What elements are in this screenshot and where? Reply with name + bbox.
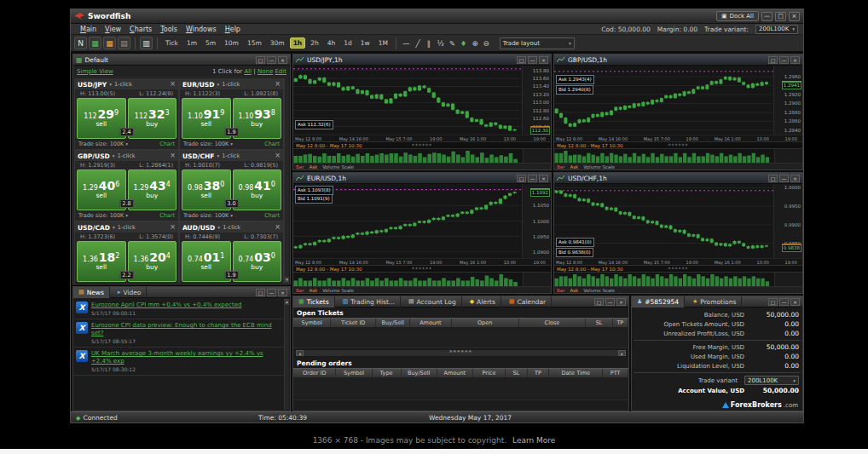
column-header[interactable]: SL — [506, 369, 528, 377]
scrollbar-handle[interactable]: ****** — [412, 266, 432, 272]
sell-button[interactable]: 0.98380sell — [182, 170, 231, 210]
close-icon[interactable]: × — [170, 224, 176, 231]
minimize-button[interactable]: — — [761, 12, 773, 21]
close-icon[interactable]: × — [170, 152, 176, 159]
buy-button[interactable]: 0.98410buy — [233, 170, 282, 210]
column-header[interactable]: Amount — [437, 369, 473, 377]
horizontal-scrollbar[interactable]: ◂ ****** ▸ — [295, 349, 627, 357]
restore-icon[interactable]: □ — [594, 298, 604, 306]
menu-help[interactable]: Help — [221, 26, 245, 33]
simple-view-link[interactable]: Simple View — [77, 68, 113, 75]
quote-board-icon[interactable]: ▦ — [89, 37, 101, 49]
chart-link[interactable]: Chart — [264, 141, 280, 147]
timeframe-10m[interactable]: 10m — [221, 37, 242, 49]
timeframe-1m[interactable]: 1m — [183, 37, 200, 49]
buy-button[interactable]: 1.36204buy — [128, 241, 177, 282]
zoom-in-icon[interactable]: ⊕ — [470, 39, 479, 48]
chart-link[interactable]: Chart — [264, 212, 280, 219]
one-click-none-link[interactable]: None — [258, 68, 273, 75]
timeframe-2h[interactable]: 2h — [307, 37, 322, 49]
chart-plot[interactable]: Ask 0.9841(0) Bid 0.9838(0) — [554, 184, 774, 258]
chart-link[interactable]: Chart — [159, 212, 175, 219]
restore-icon[interactable]: □ — [256, 56, 265, 64]
pair-selector[interactable]: EUR/USD — [182, 81, 214, 89]
tab-account-number[interactable]: ♟#5852954 — [632, 296, 685, 307]
column-header[interactable]: Type — [373, 369, 402, 377]
one-click-toggle[interactable]: 1-click — [118, 152, 136, 159]
scrollbar-handle[interactable]: ****** — [412, 142, 432, 148]
column-header[interactable]: Symbol — [336, 369, 372, 377]
pair-selector[interactable]: USD/CAD — [78, 224, 110, 232]
sell-button[interactable]: 1.29406sell — [77, 170, 126, 210]
horizontal-line-tool-icon[interactable]: — — [401, 39, 412, 48]
close-icon[interactable]: × — [275, 224, 281, 231]
sell-button[interactable]: 0.74011sell — [182, 241, 231, 282]
close-icon[interactable]: × — [790, 298, 800, 306]
buy-button[interactable]: 1.29434buy — [128, 170, 177, 210]
buy-button[interactable]: 0.74030buy — [233, 241, 282, 282]
chart-link[interactable]: Chart — [159, 141, 175, 147]
trade-variant-select[interactable]: 200L100K▾ — [755, 25, 798, 34]
trendline-tool-icon[interactable]: ╱ — [413, 39, 422, 48]
learn-more-link[interactable]: Learn More — [512, 436, 555, 445]
chart-range-scrollbar[interactable]: May 12 8:00 - May 17 10:30****** — [554, 141, 802, 149]
restore-icon[interactable]: □ — [517, 56, 526, 64]
menu-main[interactable]: Main — [76, 26, 101, 33]
close-icon[interactable]: × — [278, 289, 287, 296]
news-headline[interactable]: UK March average 3-month weekly earnings… — [91, 350, 282, 365]
menu-charts[interactable]: Charts — [125, 26, 156, 33]
one-click-toggle[interactable]: 1-click — [222, 152, 240, 159]
tab-promotions[interactable]: ★Promotions — [687, 296, 742, 307]
one-click-toggle[interactable]: 1-click — [222, 81, 240, 88]
market-depth-icon[interactable]: ▤ — [118, 37, 130, 49]
column-header[interactable]: Amount — [410, 319, 452, 327]
close-icon[interactable]: × — [539, 56, 548, 64]
chart-plot[interactable]: Ask 112.32(6) — [293, 66, 523, 135]
close-icon[interactable]: × — [275, 152, 281, 159]
news-headline[interactable]: Eurozone CPI data preview: Enough to cha… — [91, 322, 282, 337]
timeframe-1M[interactable]: 1M — [375, 37, 391, 49]
quote-board-scrollbar[interactable]: ▾ — [284, 78, 289, 283]
column-header[interactable]: SL — [586, 319, 612, 327]
column-header[interactable]: Open — [452, 319, 519, 327]
chart-range-scrollbar[interactable]: May 12 8:00 - May 17 10:30****** — [293, 141, 551, 149]
one-click-toggle[interactable]: 1-click — [118, 224, 136, 231]
minimize-icon[interactable]: — — [779, 175, 789, 182]
trade-layout-select[interactable]: Trade layout▾ — [500, 37, 575, 49]
restore-icon[interactable]: □ — [768, 298, 778, 306]
one-click-all-link[interactable]: All — [244, 68, 252, 75]
pair-selector[interactable]: USD/JPY — [78, 81, 107, 89]
column-header[interactable]: Close — [519, 319, 587, 327]
column-header[interactable]: Buy/Sell — [376, 319, 410, 327]
scroll-up-icon[interactable]: ▴ — [285, 299, 289, 305]
chart-type-icon[interactable]: ▥ — [140, 37, 153, 49]
chart-mode-bar[interactable]: BarAskVolume Scale — [293, 163, 551, 170]
chart-plot[interactable]: Ask 1.2943(4) Bid 1.2940(8) — [554, 66, 774, 135]
news-item[interactable]: X Eurozone CPI data preview: Enough to c… — [74, 319, 284, 348]
scroll-right-icon[interactable]: ▸ — [618, 350, 626, 356]
timeframe-tick[interactable]: Tick — [162, 37, 182, 49]
column-header[interactable]: Buy/Sell — [402, 369, 437, 377]
buy-button[interactable]: 112323buy — [128, 98, 177, 139]
close-icon[interactable]: × — [278, 56, 287, 64]
zoom-out-icon[interactable]: ⊖ — [482, 39, 491, 48]
menu-windows[interactable]: Windows — [182, 26, 221, 33]
scrollbar-handle[interactable]: ****** — [668, 266, 689, 272]
one-click-toggle[interactable]: 1-click — [223, 224, 240, 231]
timeframe-4h[interactable]: 4h — [324, 37, 339, 49]
chart-range-scrollbar[interactable]: May 12 8:00 - May 17 10:30****** — [554, 265, 802, 273]
news-scrollbar[interactable]: ▴ — [284, 299, 289, 410]
news-window-icon[interactable]: N — [74, 37, 87, 49]
tab-video[interactable]: ▸Video — [113, 287, 148, 298]
one-click-toggle[interactable]: 1-click — [114, 81, 132, 88]
timeframe-5m[interactable]: 5m — [202, 37, 219, 49]
trade-size-select[interactable]: Trade size:100K▾ — [183, 212, 233, 219]
buy-button[interactable]: 1.10938buy — [233, 98, 282, 139]
edit-link[interactable]: Edit — [275, 68, 286, 75]
tab-trading-history[interactable]: ▥Trading Hist... — [338, 296, 401, 307]
chart-mode-bar[interactable]: BarAskVolume Scale — [554, 163, 802, 170]
chart-mode-bar[interactable]: BarAskVolume Scale — [554, 286, 802, 293]
dock-all-button[interactable]: ▣Dock All — [716, 11, 759, 21]
news-item[interactable]: X Eurozone April CPI mm +0.4% vs +0.4% e… — [74, 299, 284, 319]
timeframe-1d[interactable]: 1d — [340, 37, 356, 49]
